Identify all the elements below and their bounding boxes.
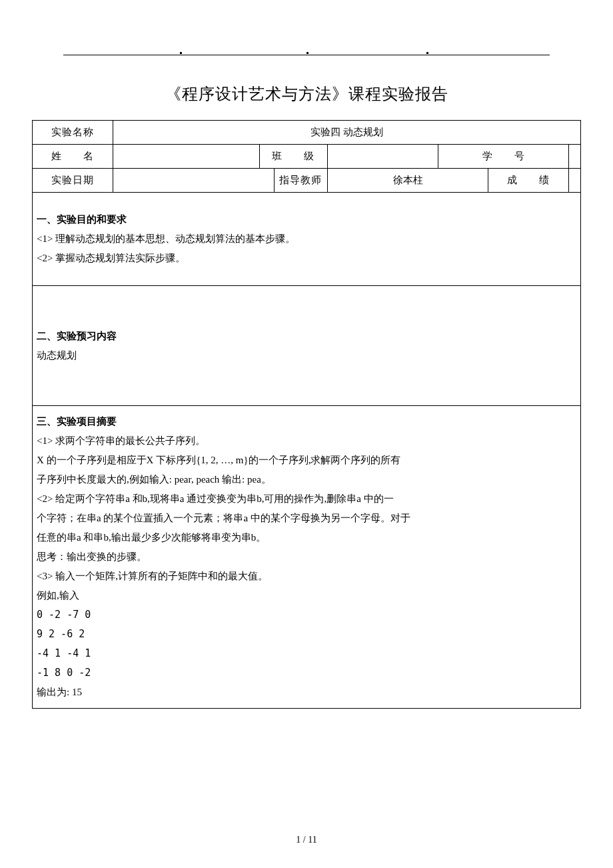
section-3-output: 输出为: 15 <box>37 683 576 701</box>
section-3-line: <3> 输入一个矩阵,计算所有的子矩阵中和的最大值。 <box>37 567 576 585</box>
header-dot <box>180 52 182 54</box>
row-experiment-name: 实验名称 实验四 动态规划 <box>33 121 581 145</box>
value-experiment-name: 实验四 动态规划 <box>113 121 580 145</box>
value-grade <box>569 169 581 193</box>
row-section-1: 一、实验目的和要求 <1> 理解动态规划的基本思想、动态规划算法的基本步骤。 <… <box>33 193 581 286</box>
section-1-line: <1> 理解动态规划的基本思想、动态规划算法的基本步骤。 <box>37 230 576 248</box>
row-date-instructor: 实验日期 指导教师 徐本柱 成 绩 <box>33 169 581 193</box>
matrix-row: -4 1 -4 1 <box>37 645 576 663</box>
row-section-2: 二、实验预习内容 动态规划 <box>33 286 581 406</box>
header-dot <box>306 52 308 54</box>
matrix-row: 9 2 -6 2 <box>37 625 576 643</box>
value-instructor: 徐本柱 <box>327 169 488 193</box>
document-title: 《程序设计艺术与方法》课程实验报告 <box>0 83 613 105</box>
label-grade: 成 绩 <box>488 169 569 193</box>
section-3-heading: 三、实验项目摘要 <box>37 413 576 431</box>
header-rule <box>63 55 550 55</box>
label-class: 班 级 <box>259 145 327 169</box>
value-student-name <box>113 145 259 169</box>
matrix-row: 0 -2 -7 0 <box>37 606 576 624</box>
section-3-line: 思考：输出变换的步骤。 <box>37 548 576 566</box>
section-3-line: <2> 给定两个字符串a 和b,现将串a 通过变换变为串b,可用的操作为,删除串… <box>37 490 576 508</box>
row-section-3: 三、实验项目摘要 <1> 求两个字符串的最长公共子序列。 X 的一个子序列是相应… <box>33 406 581 709</box>
section-3-line: <1> 求两个字符串的最长公共子序列。 <box>37 432 576 450</box>
value-experiment-date <box>113 169 274 193</box>
label-instructor: 指导教师 <box>274 169 327 193</box>
value-student-id <box>569 145 581 169</box>
section-1-line: <2> 掌握动态规划算法实际步骤。 <box>37 249 576 267</box>
section-3-line: 任意的串a 和串b,输出最少多少次能够将串变为串b。 <box>37 529 576 547</box>
section-2-line: 动态规划 <box>37 347 576 365</box>
label-experiment-name: 实验名称 <box>33 121 113 145</box>
label-student-id: 学 号 <box>438 145 569 169</box>
value-class <box>327 145 438 169</box>
header-dot <box>426 52 428 54</box>
section-3-line: 个字符；在串a 的某个位置插入一个元素；将串a 中的某个字母换为另一个字母。对于 <box>37 509 576 527</box>
matrix-row: -1 8 0 -2 <box>37 664 576 682</box>
row-student-info: 姓 名 班 级 学 号 <box>33 145 581 169</box>
section-3-line: 例如,输入 <box>37 587 576 605</box>
section-1-heading: 一、实验目的和要求 <box>37 211 576 229</box>
report-table: 实验名称 实验四 动态规划 姓 名 班 级 学 号 实验日期 指导教师 徐本柱 … <box>32 120 581 709</box>
section-3-line: 子序列中长度最大的,例如输入: pear, peach 输出: pea。 <box>37 471 576 489</box>
label-student-name: 姓 名 <box>33 145 113 169</box>
label-experiment-date: 实验日期 <box>33 169 113 193</box>
page-number: 1 / 11 <box>0 835 613 845</box>
section-3-line: X 的一个子序列是相应于X 下标序列{1, 2, …, m}的一个子序列,求解两… <box>37 451 576 469</box>
section-2-heading: 二、实验预习内容 <box>37 327 576 345</box>
